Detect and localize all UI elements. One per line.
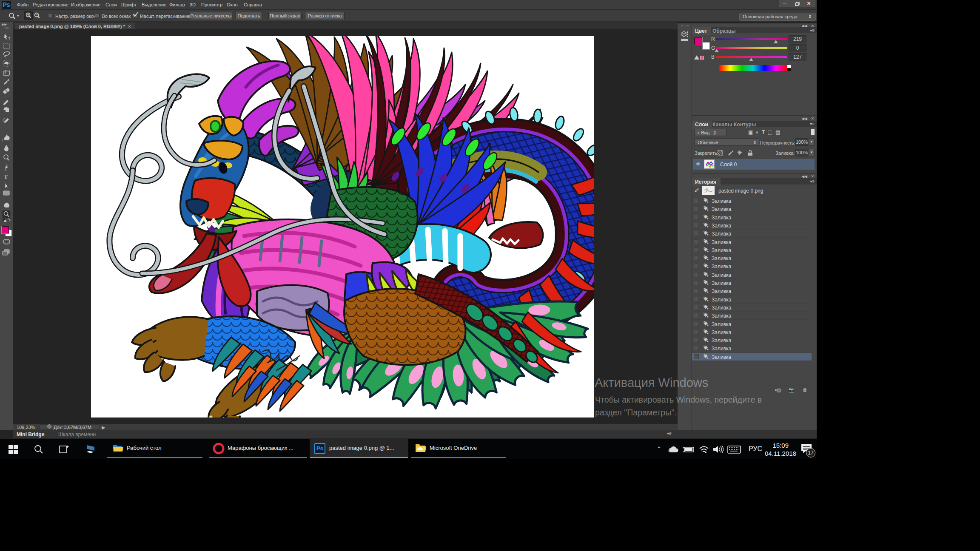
svg-text:T: T <box>4 174 8 180</box>
